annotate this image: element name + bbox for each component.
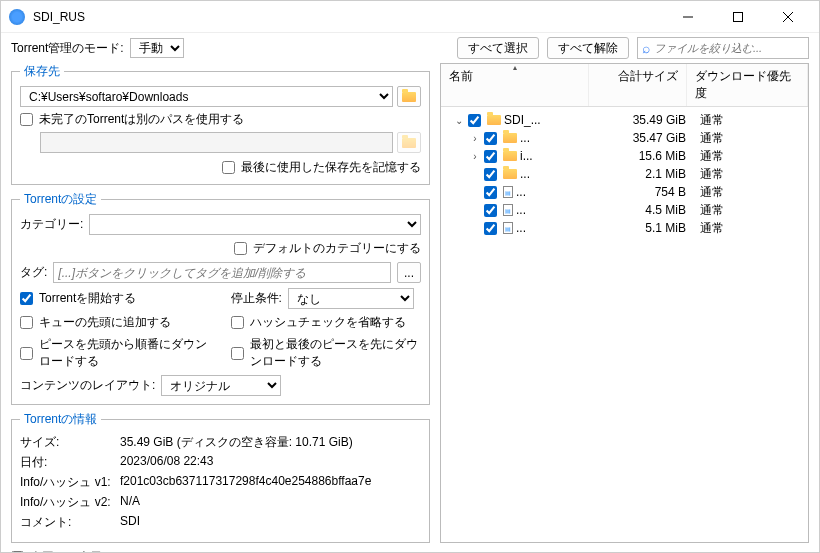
file-size: 35.49 GiB: [596, 113, 694, 127]
size-value: 35.49 GiB (ディスクの空き容量: 10.71 GiB): [120, 434, 353, 451]
torrent-info-group: Torrentの情報 サイズ:35.49 GiB (ディスクの空き容量: 10.…: [11, 411, 430, 543]
expand-toggle[interactable]: ›: [469, 133, 481, 144]
first-last-checkbox[interactable]: [231, 347, 244, 360]
browse-incomplete-path-button: [397, 132, 421, 153]
save-path-input[interactable]: C:¥Users¥softaro¥Downloads: [20, 86, 393, 107]
file-tree-panel: ▴名前 合計サイズ ダウンロード優先度 ⌄SDI_...35.49 GiB通常›…: [440, 63, 809, 543]
comment-value: SDI: [120, 514, 140, 531]
size-label: サイズ:: [20, 434, 120, 451]
select-all-button[interactable]: すべて選択: [457, 37, 539, 59]
sort-ascending-icon: ▴: [513, 63, 517, 72]
tag-label: タグ:: [20, 264, 47, 281]
file-size: 5.1 MiB: [596, 221, 694, 235]
save-destination-group: 保存先 C:¥Users¥softaro¥Downloads 未完了のTorre…: [11, 63, 430, 185]
hashv2-value: N/A: [120, 494, 140, 511]
folder-icon: [503, 169, 517, 179]
file-name: ...: [516, 203, 596, 217]
default-category-checkbox[interactable]: [234, 242, 247, 255]
file-name: ...: [516, 221, 596, 235]
sequential-label: ピースを先頭から順番にダウンロードする: [39, 336, 211, 370]
file-icon: ▤: [503, 222, 513, 234]
file-icon: ▤: [503, 186, 513, 198]
file-tree-body[interactable]: ⌄SDI_...35.49 GiB通常›...35.47 GiB通常›i...1…: [441, 107, 808, 542]
category-select[interactable]: [89, 214, 421, 235]
stop-condition-select[interactable]: なし: [288, 288, 414, 309]
folder-icon: [503, 151, 517, 161]
file-name: ...: [516, 185, 596, 199]
file-checkbox[interactable]: [484, 186, 497, 199]
app-icon: [9, 9, 25, 25]
file-checkbox[interactable]: [484, 204, 497, 217]
close-button[interactable]: [765, 1, 811, 33]
file-name: ...: [520, 167, 596, 181]
folder-icon: [402, 92, 416, 102]
torrent-settings-group: Torrentの設定 カテゴリー: デフォルトのカテゴリーにする タグ: ...: [11, 191, 430, 405]
column-header-name[interactable]: ▴名前: [441, 64, 589, 106]
layout-label: コンテンツのレイアウト:: [20, 377, 155, 394]
file-name: SDI_...: [504, 113, 596, 127]
skip-hash-checkbox[interactable]: [231, 316, 244, 329]
dont-show-label: 次回から表示しない: [30, 549, 138, 553]
hashv1-label: Info/ハッシュ v1:: [20, 474, 120, 491]
mode-select[interactable]: 手動: [130, 38, 184, 58]
tree-row[interactable]: ▤...5.1 MiB通常: [441, 219, 808, 237]
file-priority: 通常: [694, 130, 804, 147]
folder-icon: [402, 138, 416, 148]
remember-path-label: 最後に使用した保存先を記憶する: [241, 159, 421, 176]
svg-rect-1: [734, 12, 743, 21]
file-checkbox[interactable]: [484, 168, 497, 181]
file-size: 754 B: [596, 185, 694, 199]
expand-toggle[interactable]: ›: [469, 151, 481, 162]
tree-row[interactable]: ...2.1 MiB通常: [441, 165, 808, 183]
file-icon: ▤: [503, 204, 513, 216]
tree-row[interactable]: ⌄SDI_...35.49 GiB通常: [441, 111, 808, 129]
incomplete-path-input: [40, 132, 393, 153]
tag-edit-button[interactable]: ...: [397, 262, 421, 283]
file-checkbox[interactable]: [484, 150, 497, 163]
window-title: SDI_RUS: [33, 10, 665, 24]
file-size: 2.1 MiB: [596, 167, 694, 181]
column-header-priority[interactable]: ダウンロード優先度: [687, 64, 808, 106]
file-checkbox[interactable]: [484, 132, 497, 145]
first-last-label: 最初と最後のピースを先にダウンロードする: [250, 336, 422, 370]
file-priority: 通常: [694, 220, 804, 237]
file-size: 4.5 MiB: [596, 203, 694, 217]
file-size: 35.47 GiB: [596, 131, 694, 145]
column-header-size[interactable]: 合計サイズ: [589, 64, 687, 106]
layout-select[interactable]: オリジナル: [161, 375, 281, 396]
search-icon: ⌕: [642, 40, 650, 56]
file-name: i...: [520, 149, 596, 163]
date-label: 日付:: [20, 454, 120, 471]
date-value: 2023/06/08 22:43: [120, 454, 213, 471]
minimize-button[interactable]: [665, 1, 711, 33]
tree-row[interactable]: ▤...754 B通常: [441, 183, 808, 201]
hashv1-value: f201c03cb637117317298f4c40e254886bffaa7e: [120, 474, 371, 491]
file-priority: 通常: [694, 148, 804, 165]
category-label: カテゴリー:: [20, 216, 83, 233]
file-priority: 通常: [694, 112, 804, 129]
maximize-button[interactable]: [715, 1, 761, 33]
torrent-settings-legend: Torrentの設定: [20, 191, 101, 208]
expand-toggle[interactable]: ⌄: [453, 115, 465, 126]
deselect-all-button[interactable]: すべて解除: [547, 37, 629, 59]
incomplete-path-checkbox[interactable]: [20, 113, 33, 126]
file-checkbox[interactable]: [484, 222, 497, 235]
add-to-top-checkbox[interactable]: [20, 316, 33, 329]
mode-label: Torrent管理のモード:: [11, 40, 124, 57]
default-category-label: デフォルトのカテゴリーにする: [253, 240, 421, 257]
search-input[interactable]: [654, 42, 804, 54]
start-torrent-checkbox[interactable]: [20, 292, 33, 305]
comment-label: コメント:: [20, 514, 120, 531]
sequential-checkbox[interactable]: [20, 347, 33, 360]
file-checkbox[interactable]: [468, 114, 481, 127]
tree-row[interactable]: ›...35.47 GiB通常: [441, 129, 808, 147]
folder-icon: [487, 115, 501, 125]
tree-row[interactable]: ▤...4.5 MiB通常: [441, 201, 808, 219]
skip-hash-label: ハッシュチェックを省略する: [250, 314, 406, 331]
tree-row[interactable]: ›i...15.6 MiB通常: [441, 147, 808, 165]
search-box[interactable]: ⌕: [637, 37, 809, 59]
add-to-top-label: キューの先頭に追加する: [39, 314, 171, 331]
tag-input[interactable]: [53, 262, 391, 283]
remember-path-checkbox[interactable]: [222, 161, 235, 174]
browse-save-path-button[interactable]: [397, 86, 421, 107]
